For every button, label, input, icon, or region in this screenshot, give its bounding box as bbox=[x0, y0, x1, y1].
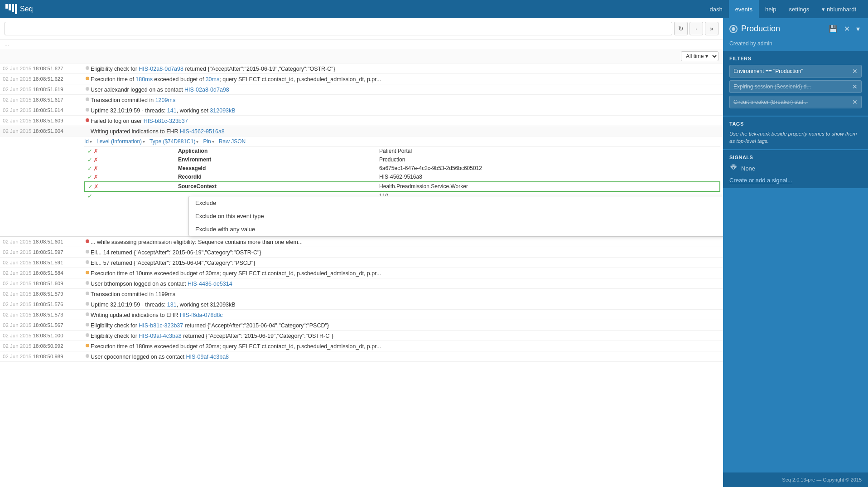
search-input[interactable] bbox=[5, 22, 672, 35]
level-filter[interactable]: Level (Information) ▾ bbox=[96, 138, 145, 145]
event-indicator bbox=[84, 86, 91, 91]
event-timestamp: 02 Jun 2015 18:08:51.614 bbox=[3, 107, 84, 113]
info-dot bbox=[86, 260, 89, 264]
event-message: Eli... 14 returned {"AcceptAfter":"2015-… bbox=[91, 248, 720, 256]
event-row[interactable]: 02 Jun 2015 18:08:51.614 Uptime 32.10:19… bbox=[0, 105, 723, 116]
event-indicator bbox=[84, 65, 91, 70]
event-row[interactable]: 02 Jun 2015 18:08:51.597 Eli... 14 retur… bbox=[0, 247, 723, 258]
create-signal-link[interactable]: Create or add a signal... bbox=[729, 177, 792, 184]
event-message: User aalexandr logged on as contact HIS-… bbox=[91, 86, 720, 93]
event-indicator bbox=[84, 117, 91, 122]
event-row[interactable]: 02 Jun 2015 18:08:51.576 Uptime 32.10:19… bbox=[0, 299, 723, 310]
filter-text: Environment == "Production" bbox=[733, 68, 803, 74]
prop-include[interactable]: ✓ bbox=[87, 156, 92, 163]
event-timestamp: 02 Jun 2015 18:08:51.601 bbox=[3, 238, 84, 244]
prop-exclude[interactable]: ✗ bbox=[93, 148, 98, 155]
event-row[interactable]: 02 Jun 2015 18:08:51.000 Eligibility che… bbox=[0, 331, 723, 341]
events-list[interactable]: 02 Jun 2015 18:08:51.627 Eligibility che… bbox=[0, 63, 723, 487]
event-message: User bthompson logged on as contact HIS-… bbox=[91, 280, 720, 287]
save-button[interactable]: 💾 bbox=[827, 24, 839, 34]
prop-include[interactable]: ✓ bbox=[87, 193, 92, 200]
event-row[interactable]: 02 Jun 2015 18:08:50.992 Execution time … bbox=[0, 341, 723, 351]
event-indicator bbox=[84, 290, 91, 295]
prop-include[interactable]: ✓ bbox=[87, 174, 92, 180]
event-detail: Id ▾ Level (Information) ▾ Type ($74D881… bbox=[0, 136, 723, 237]
type-filter[interactable]: Type ($74D881C1) ▾ bbox=[149, 138, 198, 145]
event-row[interactable]: 02 Jun 2015 18:08:50.989 User cpoconner … bbox=[0, 351, 723, 362]
event-row[interactable]: 02 Jun 2015 18:08:51.567 Eligibility che… bbox=[0, 320, 723, 331]
nav-help[interactable]: help bbox=[759, 0, 783, 18]
context-menu: Exclude Exclude on this event type Exclu… bbox=[188, 196, 723, 236]
event-row[interactable]: 02 Jun 2015 18:08:51.627 Eligibility che… bbox=[0, 63, 723, 74]
filter-text: Circuit breaker (Breaker) stat... bbox=[733, 99, 808, 105]
event-row[interactable]: 02 Jun 2015 18:08:51.622 Execution time … bbox=[0, 74, 723, 84]
logo[interactable]: Seq bbox=[5, 4, 33, 14]
context-exclude-any-value[interactable]: Exclude with any value bbox=[189, 223, 723, 236]
options-button[interactable]: · bbox=[690, 22, 703, 35]
dropdown-button[interactable]: ▾ bbox=[854, 24, 862, 34]
prop-row: ✓✗ RecordId HIS-4562-9516a8 bbox=[85, 173, 720, 182]
nav-dash[interactable]: dash bbox=[703, 0, 728, 18]
prop-exclude[interactable]: ✗ bbox=[94, 183, 99, 190]
event-indicator bbox=[84, 96, 91, 101]
event-row[interactable]: 02 Jun 2015 18:08:51.619 User aalexandr … bbox=[0, 84, 723, 95]
event-row[interactable]: 02 Jun 2015 18:08:51.573 Writing updated… bbox=[0, 310, 723, 320]
event-row[interactable]: 02 Jun 2015 18:08:51.601 ... while asses… bbox=[0, 237, 723, 247]
prop-include[interactable]: ✓ bbox=[88, 183, 93, 190]
sidebar-footer: Seq 2.0.13-pre — Copyright © 2015 bbox=[723, 472, 868, 487]
event-indicator bbox=[84, 269, 91, 274]
warning-dot bbox=[86, 77, 89, 80]
nav-events[interactable]: events bbox=[729, 0, 759, 18]
event-row-expanded[interactable]: 02 Jun 2015 18:08:51.604 Writing updated… bbox=[0, 126, 723, 136]
refresh-button[interactable]: ↻ bbox=[674, 22, 688, 35]
sidebar-actions: 💾 ✕ ▾ bbox=[827, 24, 862, 34]
more-button[interactable]: » bbox=[705, 22, 719, 35]
filter-close-1[interactable]: ✕ bbox=[852, 83, 858, 90]
main-layout: ↻ · » ... All time ▾ 02 Jun 2015 18:08:5… bbox=[0, 18, 868, 487]
filter-item-1: Expiring session (SessionId) d... ✕ bbox=[729, 80, 862, 93]
event-timestamp: 02 Jun 2015 18:08:51.573 bbox=[3, 311, 84, 317]
event-row[interactable]: 02 Jun 2015 18:08:51.609 Failed to log o… bbox=[0, 116, 723, 126]
nav-user[interactable]: ▾ nblumhardt bbox=[815, 6, 863, 13]
event-row[interactable]: 02 Jun 2015 18:08:51.617 Transaction com… bbox=[0, 95, 723, 105]
close-button[interactable]: ✕ bbox=[842, 24, 852, 34]
context-exclude[interactable]: Exclude bbox=[189, 196, 723, 209]
raw-json-link[interactable]: Raw JSON bbox=[219, 138, 246, 145]
prop-name: MessageId bbox=[175, 164, 376, 173]
nav-settings[interactable]: settings bbox=[783, 0, 816, 18]
warning-dot bbox=[86, 344, 89, 347]
event-row[interactable]: 02 Jun 2015 18:08:51.591 Eli... 57 retur… bbox=[0, 258, 723, 268]
event-row[interactable]: 02 Jun 2015 18:08:51.609 User bthompson … bbox=[0, 278, 723, 289]
pin-filter[interactable]: Pin ▾ bbox=[203, 138, 214, 145]
prop-exclude[interactable]: ✗ bbox=[93, 165, 98, 172]
sidebar-title: Production bbox=[741, 24, 823, 34]
prop-value: Patient Portal bbox=[376, 147, 720, 156]
prop-value: 6a675ec1-647e-4c2c-9b53-2d56bc605012 bbox=[376, 164, 720, 173]
event-row[interactable]: 02 Jun 2015 18:08:51.579 Transaction com… bbox=[0, 289, 723, 299]
event-row[interactable]: 02 Jun 2015 18:08:51.584 Execution time … bbox=[0, 268, 723, 278]
time-select[interactable]: All time ▾ bbox=[681, 51, 719, 61]
info-dot bbox=[86, 354, 89, 358]
prop-name: SourceContext bbox=[175, 182, 376, 191]
event-message: User cpoconner logged on as contact HIS-… bbox=[91, 353, 720, 360]
prop-row: ✓✗ Environment Production bbox=[85, 156, 720, 164]
context-exclude-event-type[interactable]: Exclude on this event type bbox=[189, 209, 723, 223]
prop-exclude[interactable]: ✗ bbox=[93, 156, 98, 163]
prop-include[interactable]: ✓ bbox=[87, 148, 92, 155]
signal-none-icon bbox=[729, 164, 738, 173]
id-filter[interactable]: Id ▾ bbox=[84, 138, 92, 145]
prop-value: HIS-4562-9516a8 bbox=[376, 173, 720, 182]
event-indicator bbox=[84, 311, 91, 316]
filter-text: Expiring session (SessionId) d... bbox=[733, 83, 811, 90]
event-message: Uptime 32.10:19:59 - threads: 141, worki… bbox=[91, 107, 720, 114]
prop-exclude[interactable]: ✗ bbox=[93, 174, 98, 180]
logo-bar-3 bbox=[12, 4, 14, 12]
event-indicator bbox=[84, 238, 91, 243]
filter-close-0[interactable]: ✕ bbox=[852, 68, 858, 75]
time-bar: All time ▾ bbox=[0, 49, 723, 63]
prop-include[interactable]: ✓ bbox=[87, 165, 92, 172]
nav-links: dash events help settings bbox=[703, 0, 815, 18]
filter-close-2[interactable]: ✕ bbox=[852, 98, 858, 106]
info-dot bbox=[86, 87, 89, 91]
logo-bar-2 bbox=[9, 4, 11, 10]
